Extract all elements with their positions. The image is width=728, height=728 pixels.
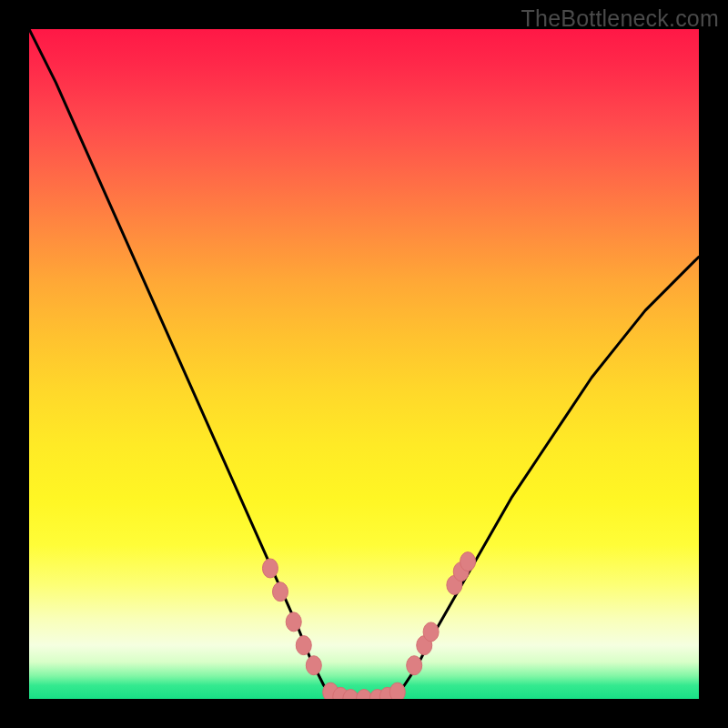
curve-markers [262, 552, 475, 699]
curve-marker [262, 559, 278, 578]
curve-marker [460, 552, 476, 571]
curve-layer [29, 29, 699, 699]
bottleneck-curve [29, 29, 699, 699]
curve-marker [423, 622, 439, 642]
plot-area [29, 29, 699, 699]
curve-marker [389, 682, 405, 699]
curve-marker [306, 656, 321, 675]
curve-marker [407, 656, 422, 675]
curve-marker [273, 582, 288, 602]
curve-marker [286, 612, 301, 632]
bottleneck-path [29, 29, 699, 699]
curve-marker [296, 636, 311, 655]
chart-frame: TheBottleneck.com [0, 0, 728, 728]
watermark-label: TheBottleneck.com [521, 5, 719, 32]
